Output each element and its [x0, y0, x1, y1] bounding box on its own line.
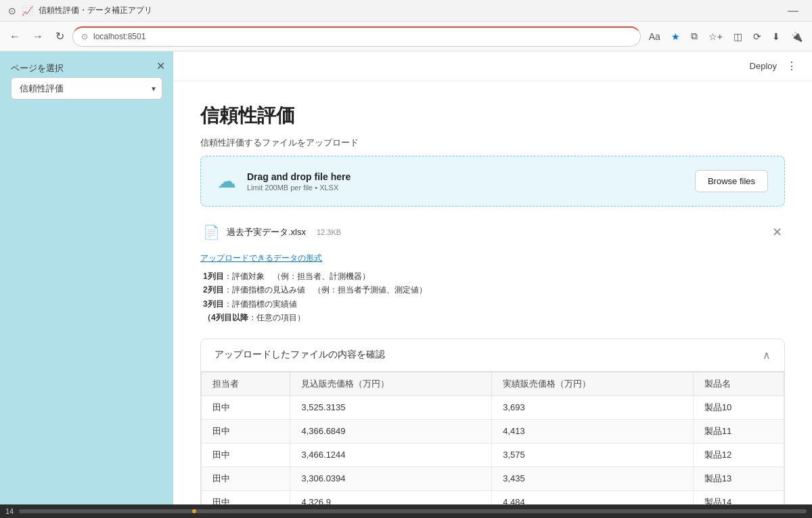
browser-titlebar: ⊙ 📈 信頼性評価・データ補正アプリ — [0, 0, 812, 22]
history-icon[interactable]: ⟳ [749, 28, 765, 45]
data-format-item-1: 1列目：評価対象 （例：担当者、計測機器） [200, 269, 785, 283]
upload-limit-text: Limit 200MB per file • XLSX [247, 184, 351, 192]
table-head: 担当者 見込販売価格（万円） 実績販売価格（万円） 製品名 [202, 372, 784, 395]
app-title-icon: 📈 [22, 5, 33, 16]
address-bar[interactable]: ⊙ localhost:8501 [72, 26, 641, 47]
titlebar-right: — [782, 5, 804, 17]
table-body: 田中3,525.31353,693製品10 田中4,366.68494,413製… [202, 395, 784, 504]
upload-left: ☁ Drag and drop file here Limit 200MB pe… [217, 170, 351, 192]
collection-icon[interactable]: ◫ [729, 28, 746, 45]
bottom-bar: 14 [0, 504, 812, 518]
minimize-button[interactable]: — [782, 5, 804, 17]
refresh-button[interactable]: ↻ [51, 27, 68, 45]
upload-cloud-icon: ☁ [217, 170, 236, 192]
upload-text: Drag and drop file here Limit 200MB per … [247, 171, 351, 192]
bottom-bar-number: 14 [5, 507, 14, 515]
preview-toggle-button[interactable]: ∧ [763, 349, 771, 362]
app-body: ✕ ページを選択 信頼性評価 データ補正 Deploy ⋮ 信頼性評価 信頼性評… [0, 51, 812, 504]
preview-header: アップロードしたファイルの内容を確認 ∧ [201, 339, 784, 372]
sidebar-close-button[interactable]: ✕ [156, 60, 165, 72]
browse-files-button[interactable]: Browse files [695, 170, 768, 192]
file-name: 過去予実データ.xlsx [227, 226, 306, 238]
upload-area[interactable]: ☁ Drag and drop file here Limit 200MB pe… [200, 156, 785, 207]
split-view-icon[interactable]: ⧉ [687, 28, 702, 45]
table-row: 田中3,525.31353,693製品10 [202, 395, 784, 419]
table-row: 田中3,306.03943,435製品13 [202, 467, 784, 490]
data-format-item-2: 2列目：評価指標の見込み値 （例：担当者予測値、測定値） [200, 283, 785, 297]
page-select[interactable]: 信頼性評価 データ補正 [11, 77, 162, 100]
upload-section-label: 信頼性評価するファイルをアップロード [200, 137, 785, 149]
app-topbar: Deploy ⋮ [173, 51, 812, 81]
upload-drop-text: Drag and drop file here [247, 171, 351, 182]
data-format-item-4: （4列目以降：任意の項目） [200, 311, 785, 324]
preview-table: 担当者 見込販売価格（万円） 実績販売価格（万円） 製品名 田中3,525.31… [201, 372, 784, 504]
scrollbar-track[interactable] [19, 509, 807, 513]
page-select-section: ページを選択 信頼性評価 データ補正 [11, 62, 162, 100]
preview-table-wrapper: 担当者 見込販売価格（万円） 実績販売価格（万円） 製品名 田中3,525.31… [201, 372, 784, 504]
preview-title: アップロードしたファイルの内容を確認 [215, 349, 385, 361]
more-options-button[interactable]: ⋮ [782, 57, 801, 75]
data-format-item-3: 3列目：評価指標の実績値 [200, 297, 785, 311]
th-person: 担当者 [202, 372, 290, 395]
preview-section: アップロードしたファイルの内容を確認 ∧ 担当者 見込販売価格（万円） 実績販売… [200, 339, 785, 504]
th-product-name: 製品名 [693, 372, 784, 395]
uploaded-file-item: 📄 過去予実データ.xlsx 12.3KB ✕ [200, 217, 785, 247]
browser-title: 信頼性評価・データ補正アプリ [39, 5, 152, 16]
data-format-list: 1列目：評価対象 （例：担当者、計測機器） 2列目：評価指標の見込み値 （例：担… [200, 269, 785, 325]
back-button[interactable]: ← [5, 28, 24, 45]
download-icon[interactable]: ⬇ [768, 28, 784, 45]
toolbar-actions: Aa ★ ⧉ ☆+ ◫ ⟳ ⬇ 🔌 [645, 28, 807, 45]
file-icon: 📄 [203, 224, 220, 240]
file-size: 12.3KB [317, 228, 341, 236]
sidebar: ✕ ページを選択 信頼性評価 データ補正 [0, 51, 173, 504]
titlebar-left: ⊙ 📈 信頼性評価・データ補正アプリ [8, 5, 152, 16]
data-format-link[interactable]: アップロードできるデータの形式 [200, 253, 785, 264]
file-delete-button[interactable]: ✕ [772, 225, 782, 240]
lock-icon: ⊙ [81, 32, 88, 41]
url-text: localhost:8501 [93, 32, 145, 41]
favorites-icon[interactable]: ★ [667, 28, 684, 45]
extensions-icon[interactable]: 🔌 [787, 28, 807, 45]
table-row: 田中4,326.94,484製品14 [202, 490, 784, 504]
table-row: 田中4,366.68494,413製品11 [202, 419, 784, 443]
page-select-wrapper: 信頼性評価 データ補正 [11, 77, 162, 100]
deploy-button[interactable]: Deploy [744, 58, 782, 74]
data-format-section: アップロードできるデータの形式 1列目：評価対象 （例：担当者、計測機器） 2列… [200, 253, 785, 325]
th-actual-price: 実績販売価格（万円） [492, 372, 694, 395]
forward-button[interactable]: → [28, 28, 47, 45]
browser-toolbar: ← → ↻ ⊙ localhost:8501 Aa ★ ⧉ ☆+ ◫ ⟳ ⬇ 🔌 [0, 22, 812, 51]
reader-icon[interactable]: Aa [645, 28, 664, 45]
scrollbar-thumb [192, 509, 196, 513]
add-favorites-icon[interactable]: ☆+ [704, 28, 727, 45]
page-title: 信頼性評価 [200, 103, 785, 129]
page-select-label: ページを選択 [11, 62, 162, 74]
main-content: 信頼性評価 信頼性評価するファイルをアップロード ☁ Drag and drop… [173, 81, 812, 504]
os-icon: ⊙ [8, 5, 16, 16]
th-estimated-price: 見込販売価格（万円） [290, 372, 492, 395]
table-row: 田中3,466.12443,575製品12 [202, 443, 784, 467]
table-header-row: 担当者 見込販売価格（万円） 実績販売価格（万円） 製品名 [202, 372, 784, 395]
